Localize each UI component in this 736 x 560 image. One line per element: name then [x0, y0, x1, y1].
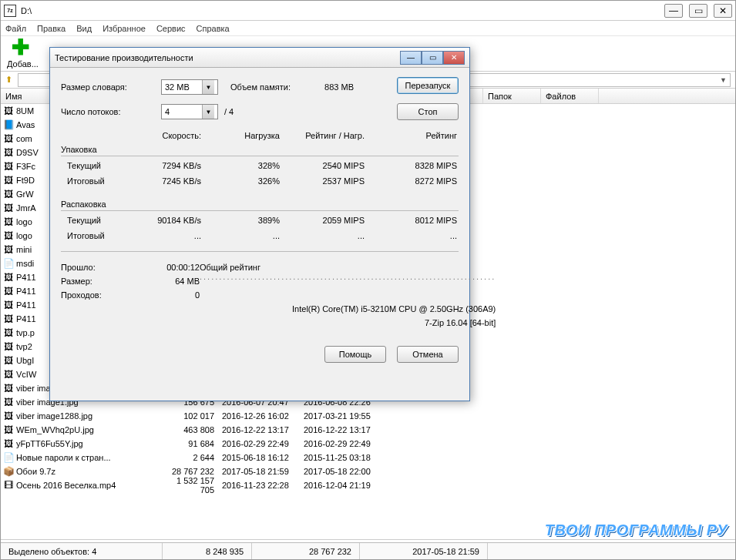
row-speed: 7294 KB/s — [130, 161, 220, 170]
file-icon: 🖼 — [1, 175, 16, 186]
menu-edit[interactable]: Правка — [37, 24, 66, 33]
elapsed-label: Прошло: — [61, 263, 130, 277]
pack-section-label: Упаковка — [61, 145, 459, 154]
help-button[interactable]: Помощь — [324, 346, 386, 363]
file-icon: 🖼 — [1, 355, 16, 366]
passes-value: 0 — [130, 290, 200, 304]
row-rating: 8012 MIPS — [365, 216, 457, 225]
file-icon: 🖼 — [1, 438, 16, 449]
menu-tools[interactable]: Сервис — [156, 24, 186, 33]
file-name: WEm_WVhq2pU.jpg — [16, 425, 166, 434]
row-label: Текущий — [61, 161, 130, 170]
file-icon: 🖼 — [1, 369, 16, 380]
overall-dots: ........................................… — [200, 272, 496, 281]
file-icon: 🖼 — [1, 161, 16, 172]
maximize-button[interactable]: ▭ — [689, 4, 707, 18]
file-size: 28 767 232 — [166, 467, 219, 476]
chevron-down-icon[interactable]: ▼ — [720, 76, 727, 84]
file-modified: 2017-05-18 21:59 — [219, 467, 301, 476]
file-icon: 🖼 — [1, 314, 16, 324]
file-icon: 🖼 — [1, 300, 16, 310]
file-icon: 🖼 — [1, 133, 16, 144]
col-files[interactable]: Файлов — [541, 89, 599, 103]
file-icon: 🖼 — [1, 286, 16, 297]
file-icon: 🖼 — [1, 424, 16, 435]
row-load: 328% — [220, 161, 287, 170]
row-rl: 2537 MIPS — [287, 176, 365, 186]
row-rating: ... — [365, 231, 457, 240]
file-created: 2016-12-04 21:19 — [301, 481, 382, 490]
col-folders[interactable]: Папок — [483, 89, 541, 103]
table-row[interactable]: 📄Новые пароли к стран...2 6442015-06-18 … — [1, 451, 735, 464]
minimize-button[interactable]: — — [664, 4, 683, 18]
file-icon: 🖼 — [1, 230, 16, 241]
size-label: Размер: — [61, 277, 130, 290]
file-created: 2017-03-21 19:55 — [301, 411, 382, 421]
threads-select[interactable]: 4 ▼ — [161, 104, 218, 119]
file-size: 1 532 157 705 — [166, 476, 219, 495]
window-controls: — ▭ ✕ — [664, 4, 732, 18]
menu-help[interactable]: Справка — [197, 24, 230, 33]
file-icon: 🖼 — [1, 244, 16, 255]
table-row[interactable]: 🖼viber image1288.jpg102 0172016-12-26 16… — [1, 409, 735, 423]
window-title: D:\ — [21, 6, 664, 15]
stop-button[interactable]: Стоп — [397, 103, 459, 120]
file-created: 2017-05-18 22:00 — [301, 467, 382, 476]
status-bar: Выделено объектов: 4 8 248 935 28 767 23… — [1, 542, 735, 559]
hdr-speed: Скорость: — [61, 131, 220, 140]
file-icon: 📦 — [1, 466, 16, 477]
row-rl: 2059 MIPS — [287, 216, 365, 225]
plus-icon: ✚ — [12, 39, 33, 59]
menu-favorites[interactable]: Избранное — [103, 24, 146, 33]
file-name: Новые пароли к стран... — [16, 453, 166, 462]
menu-view[interactable]: Вид — [76, 24, 92, 33]
row-rating: 8328 MIPS — [365, 161, 457, 170]
row-speed: ... — [130, 231, 220, 240]
table-row[interactable]: 🎞Осень 2016 Веселка.mp41 532 157 7052016… — [1, 478, 735, 492]
status-val2: 28 767 232 — [252, 543, 360, 559]
table-row[interactable]: 🖼yFpTT6Fu55Y.jpg91 6842016-02-29 22:4920… — [1, 437, 735, 451]
close-button[interactable]: ✕ — [714, 4, 732, 18]
row-load: 389% — [220, 216, 287, 225]
dialog-title: Тестирование производительности — [55, 53, 400, 62]
pack-current-row: Текущий 7294 KB/s 328% 2540 MIPS 8328 MI… — [61, 158, 459, 173]
file-modified: 2016-12-26 16:02 — [219, 411, 301, 421]
table-row[interactable]: 🖼WEm_WVhq2pU.jpg463 8082016-12-22 13:172… — [1, 423, 735, 437]
unpack-current-row: Текущий 90184 KB/s 389% 2059 MIPS 8012 M… — [61, 213, 459, 228]
dialog-titlebar[interactable]: Тестирование производительности — ▭ ✕ — [50, 48, 469, 68]
dialog-maximize-button[interactable]: ▭ — [422, 51, 443, 65]
file-icon: 🎞 — [1, 480, 16, 491]
row-label: Текущий — [61, 216, 130, 225]
file-size: 91 684 — [166, 439, 219, 448]
file-icon: 🖼 — [1, 189, 16, 200]
file-size: 2 644 — [166, 453, 219, 462]
dialog-minimize-button[interactable]: — — [400, 51, 422, 65]
status-val3: 2017-05-18 21:59 — [360, 543, 488, 559]
file-size: 463 808 — [166, 425, 219, 434]
file-modified: 2016-12-22 13:17 — [219, 425, 301, 434]
menu-file[interactable]: Файл — [5, 24, 26, 33]
restart-button[interactable]: Перезапуск — [397, 77, 459, 94]
threads-label: Число потоков: — [61, 107, 161, 116]
file-icon: 🖼 — [1, 203, 16, 213]
cpu-info: Intel(R) Core(TM) i5-3210M CPU @ 2.50GHz… — [200, 304, 496, 318]
toolbar-add-button[interactable]: ✚ Добав... — [7, 39, 39, 69]
up-icon[interactable]: ⬆ — [1, 75, 16, 85]
row-speed: 7245 KB/s — [130, 176, 220, 186]
row-label: Итоговый — [61, 231, 130, 240]
chevron-down-icon: ▼ — [202, 105, 214, 119]
row-load: ... — [220, 231, 287, 240]
file-icon: 🖼 — [1, 383, 16, 394]
dialog-close-button[interactable]: ✕ — [443, 51, 465, 65]
toolbar-add-label: Добав... — [7, 59, 39, 69]
table-row[interactable]: 📦Обои 9.7z28 767 2322017-05-18 21:592017… — [1, 464, 735, 478]
threads-total: / 4 — [224, 107, 234, 116]
dict-size-select[interactable]: 32 MB ▼ — [161, 79, 218, 95]
file-icon: 🖼 — [1, 272, 16, 283]
file-icon: 🖼 — [1, 216, 16, 227]
dict-size-value: 32 MB — [165, 82, 190, 92]
cancel-button[interactable]: Отмена — [397, 346, 459, 363]
file-modified: 2016-11-23 22:28 — [219, 481, 301, 490]
benchmark-headers: Скорость: Нагрузка Рейтинг / Нагр. Рейти… — [61, 131, 459, 140]
overall-rating-label: Общий рейтинг — [200, 263, 496, 272]
